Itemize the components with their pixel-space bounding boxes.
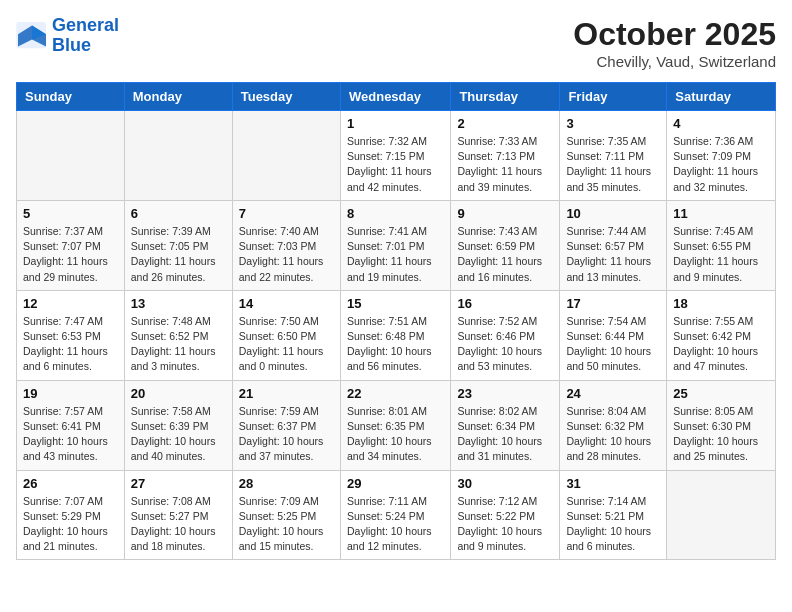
day-number: 22 (347, 386, 444, 401)
calendar-cell: 2Sunrise: 7:33 AM Sunset: 7:13 PM Daylig… (451, 111, 560, 201)
day-info: Sunrise: 7:54 AM Sunset: 6:44 PM Dayligh… (566, 314, 660, 375)
day-number: 6 (131, 206, 226, 221)
day-info: Sunrise: 7:44 AM Sunset: 6:57 PM Dayligh… (566, 224, 660, 285)
calendar-cell: 19Sunrise: 7:57 AM Sunset: 6:41 PM Dayli… (17, 380, 125, 470)
day-number: 29 (347, 476, 444, 491)
day-info: Sunrise: 7:36 AM Sunset: 7:09 PM Dayligh… (673, 134, 769, 195)
calendar-cell (667, 470, 776, 560)
day-number: 24 (566, 386, 660, 401)
weekday-header-monday: Monday (124, 83, 232, 111)
calendar-cell: 29Sunrise: 7:11 AM Sunset: 5:24 PM Dayli… (340, 470, 450, 560)
calendar-cell: 5Sunrise: 7:37 AM Sunset: 7:07 PM Daylig… (17, 200, 125, 290)
day-info: Sunrise: 7:12 AM Sunset: 5:22 PM Dayligh… (457, 494, 553, 555)
calendar-cell: 27Sunrise: 7:08 AM Sunset: 5:27 PM Dayli… (124, 470, 232, 560)
day-number: 5 (23, 206, 118, 221)
calendar-cell: 28Sunrise: 7:09 AM Sunset: 5:25 PM Dayli… (232, 470, 340, 560)
day-number: 21 (239, 386, 334, 401)
calendar-cell (17, 111, 125, 201)
day-info: Sunrise: 7:50 AM Sunset: 6:50 PM Dayligh… (239, 314, 334, 375)
day-info: Sunrise: 8:04 AM Sunset: 6:32 PM Dayligh… (566, 404, 660, 465)
day-number: 2 (457, 116, 553, 131)
calendar-cell: 31Sunrise: 7:14 AM Sunset: 5:21 PM Dayli… (560, 470, 667, 560)
calendar-cell: 9Sunrise: 7:43 AM Sunset: 6:59 PM Daylig… (451, 200, 560, 290)
weekday-header-row: SundayMondayTuesdayWednesdayThursdayFrid… (17, 83, 776, 111)
day-number: 20 (131, 386, 226, 401)
calendar-cell: 17Sunrise: 7:54 AM Sunset: 6:44 PM Dayli… (560, 290, 667, 380)
day-info: Sunrise: 7:35 AM Sunset: 7:11 PM Dayligh… (566, 134, 660, 195)
calendar-cell: 22Sunrise: 8:01 AM Sunset: 6:35 PM Dayli… (340, 380, 450, 470)
day-number: 9 (457, 206, 553, 221)
day-number: 25 (673, 386, 769, 401)
weekday-header-wednesday: Wednesday (340, 83, 450, 111)
day-info: Sunrise: 7:55 AM Sunset: 6:42 PM Dayligh… (673, 314, 769, 375)
day-number: 14 (239, 296, 334, 311)
calendar-cell: 13Sunrise: 7:48 AM Sunset: 6:52 PM Dayli… (124, 290, 232, 380)
week-row-3: 12Sunrise: 7:47 AM Sunset: 6:53 PM Dayli… (17, 290, 776, 380)
day-info: Sunrise: 7:43 AM Sunset: 6:59 PM Dayligh… (457, 224, 553, 285)
day-info: Sunrise: 7:58 AM Sunset: 6:39 PM Dayligh… (131, 404, 226, 465)
day-number: 15 (347, 296, 444, 311)
day-number: 10 (566, 206, 660, 221)
day-info: Sunrise: 7:47 AM Sunset: 6:53 PM Dayligh… (23, 314, 118, 375)
day-number: 16 (457, 296, 553, 311)
calendar-cell: 30Sunrise: 7:12 AM Sunset: 5:22 PM Dayli… (451, 470, 560, 560)
calendar-cell (124, 111, 232, 201)
day-info: Sunrise: 7:51 AM Sunset: 6:48 PM Dayligh… (347, 314, 444, 375)
logo: General Blue (16, 16, 119, 56)
calendar-cell: 23Sunrise: 8:02 AM Sunset: 6:34 PM Dayli… (451, 380, 560, 470)
logo-text: General Blue (52, 16, 119, 56)
day-info: Sunrise: 7:40 AM Sunset: 7:03 PM Dayligh… (239, 224, 334, 285)
day-number: 23 (457, 386, 553, 401)
day-info: Sunrise: 7:07 AM Sunset: 5:29 PM Dayligh… (23, 494, 118, 555)
day-info: Sunrise: 7:39 AM Sunset: 7:05 PM Dayligh… (131, 224, 226, 285)
location-subtitle: Chevilly, Vaud, Switzerland (573, 53, 776, 70)
weekday-header-friday: Friday (560, 83, 667, 111)
calendar-cell: 10Sunrise: 7:44 AM Sunset: 6:57 PM Dayli… (560, 200, 667, 290)
day-number: 13 (131, 296, 226, 311)
calendar-cell: 26Sunrise: 7:07 AM Sunset: 5:29 PM Dayli… (17, 470, 125, 560)
day-info: Sunrise: 7:41 AM Sunset: 7:01 PM Dayligh… (347, 224, 444, 285)
title-area: October 2025 Chevilly, Vaud, Switzerland (573, 16, 776, 70)
day-number: 19 (23, 386, 118, 401)
day-info: Sunrise: 7:09 AM Sunset: 5:25 PM Dayligh… (239, 494, 334, 555)
day-number: 31 (566, 476, 660, 491)
day-info: Sunrise: 7:48 AM Sunset: 6:52 PM Dayligh… (131, 314, 226, 375)
weekday-header-saturday: Saturday (667, 83, 776, 111)
calendar-cell: 15Sunrise: 7:51 AM Sunset: 6:48 PM Dayli… (340, 290, 450, 380)
calendar-cell: 16Sunrise: 7:52 AM Sunset: 6:46 PM Dayli… (451, 290, 560, 380)
weekday-header-tuesday: Tuesday (232, 83, 340, 111)
day-info: Sunrise: 8:02 AM Sunset: 6:34 PM Dayligh… (457, 404, 553, 465)
day-number: 28 (239, 476, 334, 491)
day-info: Sunrise: 8:01 AM Sunset: 6:35 PM Dayligh… (347, 404, 444, 465)
day-number: 12 (23, 296, 118, 311)
weekday-header-thursday: Thursday (451, 83, 560, 111)
day-number: 11 (673, 206, 769, 221)
day-number: 7 (239, 206, 334, 221)
calendar-cell: 25Sunrise: 8:05 AM Sunset: 6:30 PM Dayli… (667, 380, 776, 470)
calendar-cell: 12Sunrise: 7:47 AM Sunset: 6:53 PM Dayli… (17, 290, 125, 380)
day-number: 30 (457, 476, 553, 491)
calendar-cell: 6Sunrise: 7:39 AM Sunset: 7:05 PM Daylig… (124, 200, 232, 290)
week-row-2: 5Sunrise: 7:37 AM Sunset: 7:07 PM Daylig… (17, 200, 776, 290)
calendar-cell: 1Sunrise: 7:32 AM Sunset: 7:15 PM Daylig… (340, 111, 450, 201)
day-number: 1 (347, 116, 444, 131)
day-number: 18 (673, 296, 769, 311)
calendar-cell: 7Sunrise: 7:40 AM Sunset: 7:03 PM Daylig… (232, 200, 340, 290)
day-number: 8 (347, 206, 444, 221)
day-info: Sunrise: 7:11 AM Sunset: 5:24 PM Dayligh… (347, 494, 444, 555)
day-info: Sunrise: 7:52 AM Sunset: 6:46 PM Dayligh… (457, 314, 553, 375)
calendar-cell: 3Sunrise: 7:35 AM Sunset: 7:11 PM Daylig… (560, 111, 667, 201)
calendar-cell (232, 111, 340, 201)
day-info: Sunrise: 7:14 AM Sunset: 5:21 PM Dayligh… (566, 494, 660, 555)
day-info: Sunrise: 7:33 AM Sunset: 7:13 PM Dayligh… (457, 134, 553, 195)
day-info: Sunrise: 7:45 AM Sunset: 6:55 PM Dayligh… (673, 224, 769, 285)
day-number: 27 (131, 476, 226, 491)
calendar-cell: 18Sunrise: 7:55 AM Sunset: 6:42 PM Dayli… (667, 290, 776, 380)
calendar-cell: 24Sunrise: 8:04 AM Sunset: 6:32 PM Dayli… (560, 380, 667, 470)
day-number: 3 (566, 116, 660, 131)
day-number: 26 (23, 476, 118, 491)
calendar-cell: 8Sunrise: 7:41 AM Sunset: 7:01 PM Daylig… (340, 200, 450, 290)
calendar-cell: 11Sunrise: 7:45 AM Sunset: 6:55 PM Dayli… (667, 200, 776, 290)
calendar-cell: 4Sunrise: 7:36 AM Sunset: 7:09 PM Daylig… (667, 111, 776, 201)
day-info: Sunrise: 8:05 AM Sunset: 6:30 PM Dayligh… (673, 404, 769, 465)
